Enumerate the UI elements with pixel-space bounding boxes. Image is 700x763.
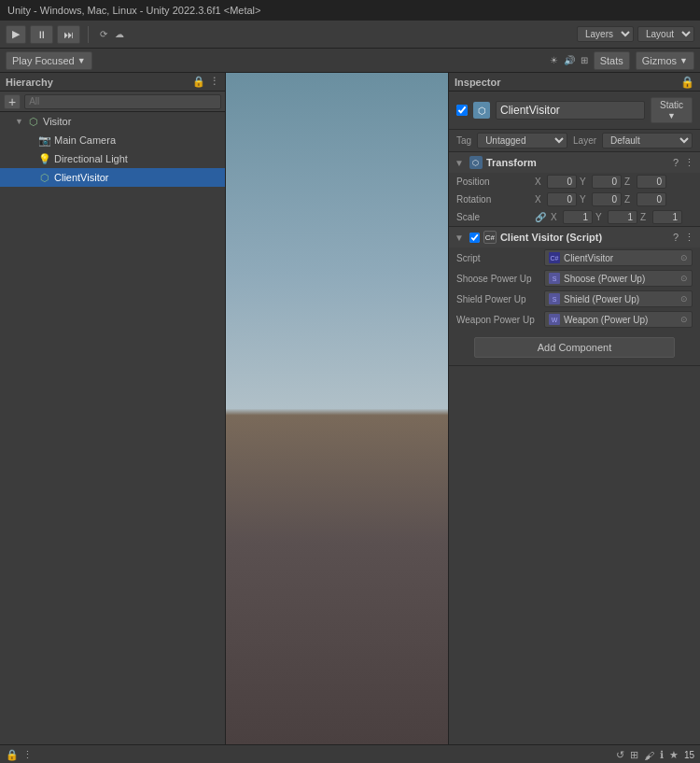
inspector-header: Inspector 🔒 (449, 73, 700, 92)
filter-icon[interactable]: ⊞ (630, 749, 638, 761)
scale-fields: 🔗 X Y Z (535, 210, 693, 224)
gizmos-button[interactable]: Gizmos ▼ (636, 51, 694, 70)
gameobj-icon-visitor: ⬡ (27, 115, 40, 128)
toolbar-right: Layers Layout (577, 26, 694, 42)
add-hierarchy-button[interactable]: + (4, 94, 21, 109)
static-button[interactable]: Static ▼ (651, 97, 693, 123)
script-component-title: Client Visitor (Script) (500, 232, 602, 243)
tree-label-main-camera: Main Camera (54, 134, 116, 146)
camera-icon: 📷 (38, 134, 51, 147)
shield-value: S Shield (Power Up) ⊙ (544, 290, 693, 307)
rot-y-label: Y (580, 194, 589, 205)
star-icon[interactable]: ★ (669, 749, 679, 761)
scale-label: Scale (456, 212, 531, 222)
shield-target-icon[interactable]: ⊙ (680, 294, 688, 304)
transform-help-icon[interactable]: ? (673, 157, 679, 169)
tree-label-clientvisitor: ClientVisitor (54, 172, 109, 183)
position-fields: X Y Z (535, 175, 693, 189)
gizmos-chevron-icon: ▼ (679, 56, 688, 65)
pos-z-input[interactable] (637, 175, 666, 189)
brush-icon[interactable]: 🖌 (644, 750, 654, 761)
transform-header-icons: ? ⋮ (673, 157, 694, 169)
speaker-icon: 🔊 (564, 55, 575, 65)
script-help-icon[interactable]: ? (673, 232, 679, 244)
hierarchy-title: Hierarchy (6, 77, 53, 88)
transform-icon: ⬡ (469, 156, 483, 169)
scale-x-input[interactable] (563, 210, 593, 224)
shoose-value: S Shoose (Power Up) ⊙ (544, 270, 693, 287)
more-bottom-icon[interactable]: ⋮ (22, 749, 33, 761)
add-component-button[interactable]: Add Component (474, 337, 675, 358)
layers-dropdown[interactable]: Layers (577, 26, 634, 42)
scale-z-input[interactable] (652, 210, 682, 224)
layout-dropdown[interactable]: Layout (637, 26, 694, 42)
script-more-icon[interactable]: ⋮ (684, 232, 694, 244)
transform-component: ▼ ⬡ Transform ? ⋮ Position X Y Z (449, 152, 700, 227)
pause-button[interactable]: ⏸ (30, 25, 53, 44)
hierarchy-search[interactable] (24, 94, 221, 109)
cloud-icon: ☁ (115, 29, 124, 39)
bottom-panel: 🔒 ⋮ ↺ ⊞ 🖌 ℹ ★ 15 Assets › Visitor › Scri… (0, 744, 700, 763)
script-field-row: Script C# ClientVisitor ⊙ (449, 247, 700, 268)
bottom-toolbar: 🔒 ⋮ ↺ ⊞ 🖌 ℹ ★ 15 (0, 745, 700, 763)
pos-z-label: Z (624, 177, 634, 187)
shield-icon: S (549, 293, 560, 304)
app-title: Unity - Windows, Mac, Linux - Unity 2022… (7, 5, 260, 16)
more-icon[interactable]: ⋮ (209, 76, 219, 88)
pos-y-input[interactable] (592, 175, 622, 189)
script-component-header[interactable]: ▼ C# Client Visitor (Script) ? ⋮ (449, 227, 700, 247)
info-icon[interactable]: ℹ (660, 749, 664, 761)
shoose-target-icon[interactable]: ⊙ (680, 274, 688, 283)
script-icon: C# (549, 252, 560, 263)
tree-arrow-visitor: ▼ (15, 117, 24, 126)
obj-name-input[interactable] (496, 101, 645, 120)
script-enabled-checkbox[interactable] (469, 233, 480, 243)
transform-header[interactable]: ▼ ⬡ Transform ? ⋮ (449, 152, 700, 173)
tree-item-visitor[interactable]: ▼ ⬡ Visitor (0, 112, 225, 131)
tag-select[interactable]: Untagged (477, 133, 567, 148)
tree-item-clientvisitor[interactable]: ⬡ ClientVisitor (0, 168, 225, 187)
weapon-power-up-row: Weapon Power Up W Weapon (Power Up) ⊙ (449, 309, 700, 330)
pos-x-input[interactable] (547, 175, 577, 189)
lock-bottom-icon[interactable]: 🔒 (6, 749, 19, 761)
rot-x-label: X (535, 194, 544, 205)
sun-icon: ☀ (550, 55, 558, 65)
hierarchy-header: Hierarchy 🔒 ⋮ (0, 73, 225, 92)
rotation-fields: X Y Z (535, 192, 693, 206)
rotation-row: Rotation X Y Z (449, 191, 700, 208)
obj-header: ⬡ Static ▼ (449, 92, 700, 130)
rot-y-input[interactable] (592, 192, 622, 206)
play-focused-label: Play Focused (12, 55, 75, 66)
inspector-lock-icon[interactable]: 🔒 (680, 76, 694, 89)
main-area: Hierarchy 🔒 ⋮ + ▼ ⬡ Visitor 📷 Main Camer… (0, 73, 700, 744)
play-button[interactable]: ▶ (6, 25, 26, 44)
script-component-header-icons: ? ⋮ (673, 232, 694, 244)
obj-icon: ⬡ (473, 102, 490, 119)
asset-count: 15 (684, 750, 694, 760)
shoose-icon: S (549, 273, 560, 284)
shoose-power-up-row: Shoose Power Up S Shoose (Power Up) ⊙ (449, 268, 700, 289)
transform-more-icon[interactable]: ⋮ (684, 157, 694, 169)
scale-row: Scale 🔗 X Y Z (449, 208, 700, 226)
refresh-icon[interactable]: ↺ (616, 749, 624, 761)
pos-x-label: X (535, 177, 544, 187)
script-target-icon[interactable]: ⊙ (680, 253, 688, 262)
stats-button[interactable]: Stats (594, 51, 630, 70)
layer-select[interactable]: Default (602, 133, 693, 148)
rot-z-input[interactable] (637, 192, 666, 206)
tree-item-directional-light[interactable]: 💡 Directional Light (0, 149, 225, 168)
weapon-target-icon[interactable]: ⊙ (680, 315, 688, 324)
weapon-label: Weapon Power Up (456, 315, 540, 325)
step-button[interactable]: ⏭ (57, 25, 80, 44)
script-component-icon: C# (483, 231, 497, 244)
scene-view[interactable] (226, 73, 448, 744)
hierarchy-panel: Hierarchy 🔒 ⋮ + ▼ ⬡ Visitor 📷 Main Camer… (0, 73, 226, 744)
lock-icon[interactable]: 🔒 (192, 76, 205, 88)
tree-item-main-camera[interactable]: 📷 Main Camera (0, 131, 225, 149)
tag-label: Tag (456, 135, 471, 146)
obj-active-checkbox[interactable] (456, 105, 468, 116)
rot-x-input[interactable] (547, 192, 577, 206)
rotation-label: Rotation (456, 194, 531, 205)
scale-y-input[interactable] (608, 210, 637, 224)
play-focused-button[interactable]: Play Focused ▼ (6, 51, 92, 70)
